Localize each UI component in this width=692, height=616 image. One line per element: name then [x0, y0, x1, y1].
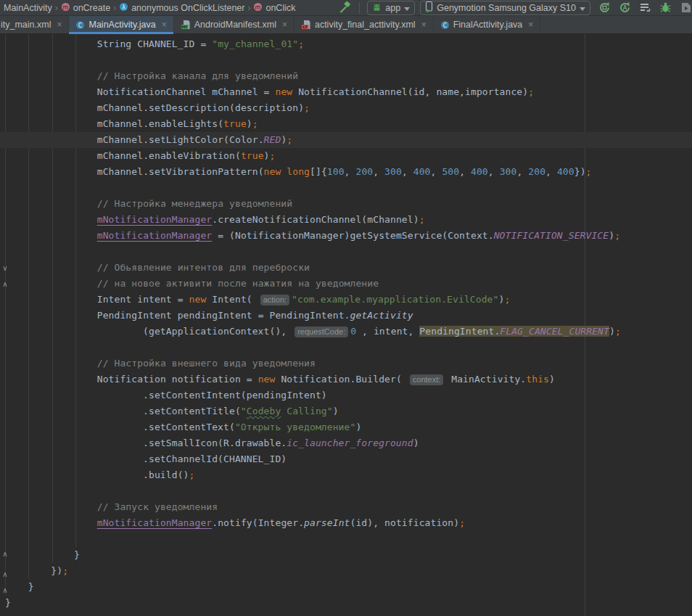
- device-selector-label: Genymotion Samsung Galaxy S10: [437, 3, 576, 13]
- code-line[interactable]: // Настройка внешнего вида уведомления: [0, 356, 692, 371]
- code-line[interactable]: .setContentText("Открыть уведомление"): [0, 419, 692, 435]
- chevron-down-icon: [404, 3, 410, 13]
- run-configuration-label: app: [385, 3, 400, 13]
- breadcrumb-separator: ›: [54, 3, 59, 13]
- fold-marker-icon[interactable]: ∧: [1, 566, 9, 582]
- code-line[interactable]: // Обьявление интентов для переброски: [0, 260, 692, 276]
- close-icon[interactable]: ×: [528, 20, 533, 29]
- code-line[interactable]: mChannel.enableLights(true);: [0, 116, 692, 132]
- toolbar-right-group: app Genymotion Samsung Galaxy S10 A: [337, 1, 692, 15]
- code-line[interactable]: .setContentIntent(pendingIntent): [0, 387, 692, 403]
- tab-label: AndroidManifest.xml: [194, 20, 276, 30]
- code-line[interactable]: [0, 180, 692, 196]
- svg-text:λ: λ: [122, 3, 125, 10]
- breadcrumb-label: onCreate: [73, 3, 110, 13]
- run-configuration-select[interactable]: app: [367, 1, 415, 15]
- code-line[interactable]: .setContentTitle("Codeby Calling"): [0, 403, 692, 419]
- close-icon[interactable]: ×: [57, 20, 62, 29]
- tab-label: activity_final_acttivity.xml: [315, 20, 416, 30]
- tab-androidmanifest-xml[interactable]: MFAndroidManifest.xml×: [174, 16, 294, 33]
- android-icon: [372, 2, 382, 14]
- breadcrumb-item-mainactivity[interactable]: MainActivity: [2, 3, 54, 13]
- parameter-hint: requestCode:: [294, 327, 348, 337]
- code-line[interactable]: [0, 340, 692, 356]
- svg-text:MF: MF: [181, 25, 188, 29]
- breadcrumb-label: anonymous OnClickListener: [131, 3, 244, 13]
- code-line[interactable]: // Настройка канала для уведомлений: [0, 68, 692, 84]
- code-line[interactable]: [0, 244, 692, 260]
- tab-ity-main-xml[interactable]: ity_main.xml×: [0, 16, 69, 33]
- chevron-down-icon: [580, 3, 585, 13]
- tab-finalacttivity-java[interactable]: CFinalActtivity.java×: [434, 16, 541, 33]
- profile-icon[interactable]: [680, 1, 692, 15]
- code-line[interactable]: mChannel.enableVibration(true);: [0, 148, 692, 164]
- code-line[interactable]: // Запуск уведомления: [0, 499, 692, 515]
- code-line[interactable]: (getApplicationContext(), requestCode:0 …: [0, 324, 692, 340]
- run-tasks-icon[interactable]: [639, 1, 651, 15]
- code-line[interactable]: // Настройка менеджера уведомлений: [0, 196, 692, 212]
- svg-text:C: C: [442, 22, 447, 28]
- code-line[interactable]: mNotificationManager.createNotificationC…: [0, 212, 692, 228]
- code-line[interactable]: [0, 531, 692, 547]
- breadcrumb-label: MainActivity: [4, 3, 52, 13]
- breadcrumb-item-oncreate[interactable]: monCreate: [59, 2, 112, 14]
- code-line[interactable]: [0, 483, 692, 499]
- code-line[interactable]: // на новое активити после нажатия на ув…: [0, 276, 692, 292]
- code-line[interactable]: .build();: [0, 467, 692, 483]
- code-area: String CHANNEL_ID = "my_channel_01";// Н…: [0, 36, 692, 611]
- code-line[interactable]: mChannel.setLightColor(Color.RED);: [0, 132, 692, 148]
- code-line[interactable]: String CHANNEL_ID = "my_channel_01";: [0, 36, 692, 52]
- code-line[interactable]: PendingIntent pendingIntent = PendingInt…: [0, 308, 692, 324]
- code-line[interactable]: [0, 52, 692, 68]
- close-icon[interactable]: ×: [421, 20, 427, 29]
- code-line[interactable]: }: [0, 579, 692, 595]
- code-line[interactable]: .setSmallIcon(R.drawable.ic_launcher_for…: [0, 435, 692, 451]
- method-icon: m: [61, 2, 70, 14]
- code-line[interactable]: mNotificationManager.notify(Integer.pars…: [0, 515, 692, 531]
- apply-changes-icon[interactable]: [598, 1, 611, 15]
- svg-text:C: C: [78, 22, 83, 28]
- breadcrumb-item-anonymous-onclicklistener[interactable]: λanonymous OnClickListener: [118, 2, 246, 14]
- parameter-hint: context:: [410, 374, 444, 385]
- parameter-hint: action:: [260, 295, 289, 305]
- fold-marker-icon[interactable]: ∧: [1, 276, 9, 292]
- fold-marker-icon[interactable]: ∧: [1, 546, 9, 562]
- anonymous-class-icon: λ: [119, 2, 128, 14]
- editor-tab-bar: ity_main.xml×CMainActivity.java×MFAndroi…: [0, 16, 692, 34]
- fold-marker-icon[interactable]: ∨: [1, 260, 9, 276]
- code-line[interactable]: .setChannelId(CHANNEL_ID): [0, 451, 692, 467]
- build-hammer-icon[interactable]: [337, 1, 352, 15]
- debug-icon[interactable]: [659, 1, 672, 15]
- svg-text:m: m: [255, 4, 261, 10]
- layout-xml-file-icon: CF: [301, 20, 311, 30]
- toolbar-action-icons: A: [598, 1, 692, 15]
- tab-label: MainActivity.java: [88, 20, 155, 30]
- tab-mainactivity-java[interactable]: CMainActivity.java×: [69, 16, 173, 33]
- method-icon: m: [253, 2, 263, 14]
- code-line[interactable]: mChannel.setVibrationPattern(new long[]{…: [0, 164, 692, 180]
- code-line[interactable]: mNotificationManager = (NotificationMana…: [0, 228, 692, 244]
- java-class-icon: C: [440, 20, 450, 30]
- device-selector[interactable]: Genymotion Samsung Galaxy S10: [420, 1, 590, 15]
- breadcrumb-item-onclick[interactable]: monClick: [252, 2, 297, 14]
- java-class-icon: C: [75, 20, 85, 30]
- phone-icon: [425, 1, 433, 15]
- close-icon[interactable]: ×: [282, 20, 287, 29]
- svg-text:CF: CF: [302, 25, 308, 29]
- fold-marker-icon[interactable]: ∧: [1, 582, 9, 598]
- apply-code-changes-icon[interactable]: A: [619, 1, 631, 15]
- code-line[interactable]: }: [0, 595, 692, 611]
- tab-label: ity_main.xml: [1, 20, 51, 30]
- code-line[interactable]: NotificationChannel mChannel = new Notif…: [0, 84, 692, 100]
- code-line[interactable]: }: [0, 547, 692, 563]
- code-editor[interactable]: String CHANNEL_ID = "my_channel_01";// Н…: [0, 34, 692, 616]
- code-line[interactable]: mChannel.setDescription(description);: [0, 100, 692, 116]
- svg-text:A: A: [623, 5, 627, 12]
- code-line[interactable]: Notification notification = new Notifica…: [0, 371, 692, 387]
- breadcrumb-separator: ›: [112, 3, 118, 13]
- close-icon[interactable]: ×: [162, 20, 167, 29]
- code-line[interactable]: Intent intent = new Intent( action:"com.…: [0, 292, 692, 308]
- toolbar-separator: [359, 2, 360, 14]
- code-line[interactable]: });: [0, 563, 692, 579]
- tab-activity-final-acttivity-xml[interactable]: CFactivity_final_acttivity.xml×: [294, 16, 434, 33]
